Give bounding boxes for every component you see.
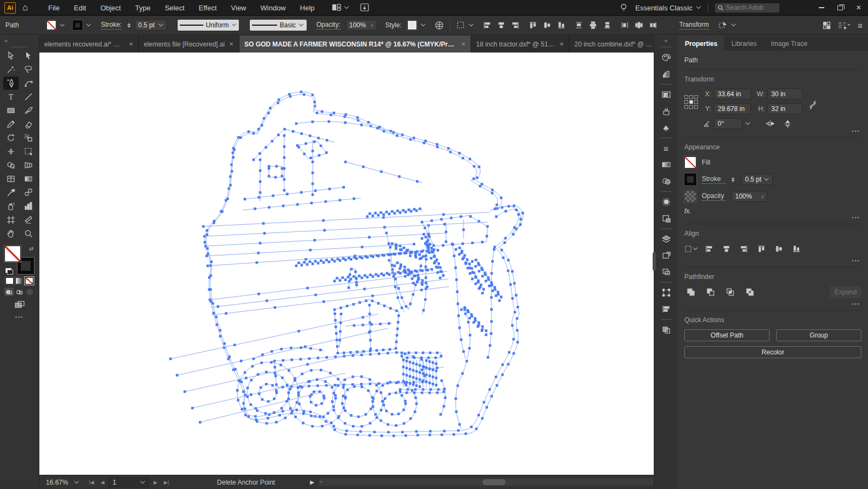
- prev-artboard-icon[interactable]: ◀: [98, 480, 107, 485]
- appearance-opacity-field[interactable]: 100%›: [731, 191, 767, 202]
- magic-wand-tool[interactable]: [3, 63, 19, 76]
- arrange-grid-icon[interactable]: [823, 21, 831, 30]
- lasso-tool[interactable]: [21, 63, 36, 76]
- screen-mode-icon[interactable]: [14, 300, 25, 309]
- panel-align-bottom-button[interactable]: [790, 243, 803, 255]
- rotate-tool[interactable]: [3, 131, 19, 144]
- align-v-center-button[interactable]: [541, 19, 554, 31]
- isolate-chevron-icon[interactable]: [731, 22, 736, 26]
- opacity-field[interactable]: 100%›: [346, 20, 377, 31]
- shed-paths[interactable]: [421, 215, 489, 247]
- pathfinder-unite-button[interactable]: [684, 286, 697, 298]
- opacity-swatch-icon[interactable]: [684, 190, 696, 202]
- appearance-stroke-swatch[interactable]: [684, 173, 696, 185]
- style-chevron-icon[interactable]: [420, 22, 425, 26]
- tab-close-icon[interactable]: ✕: [229, 41, 233, 47]
- transform-h-field[interactable]: 32 in: [767, 103, 802, 114]
- distribute-h-right-button[interactable]: [647, 19, 660, 31]
- close-button[interactable]: ✕: [849, 0, 868, 15]
- panel-align-right-button[interactable]: [737, 243, 750, 255]
- transform-more-options[interactable]: •••: [852, 129, 860, 134]
- pathfinder-more-options[interactable]: •••: [852, 301, 860, 307]
- tab-properties[interactable]: Properties: [678, 36, 724, 51]
- brush-dropdown[interactable]: Basic: [250, 20, 307, 31]
- fx-button[interactable]: fx.: [684, 207, 861, 215]
- menu-effect[interactable]: Effect: [192, 1, 224, 15]
- tab-image-trace[interactable]: Image Trace: [764, 36, 814, 51]
- transform-panel-icon[interactable]: [654, 284, 678, 301]
- pathfinder-intersect-button[interactable]: [724, 286, 737, 298]
- none-mode-button[interactable]: [25, 277, 33, 284]
- swatches-panel-icon[interactable]: [654, 86, 678, 103]
- tab-close-icon[interactable]: ✕: [129, 41, 133, 47]
- distribute-v-top-button[interactable]: [572, 19, 585, 31]
- select-similar-icon[interactable]: [456, 21, 465, 30]
- toolbar-more-icon[interactable]: •••: [0, 315, 39, 320]
- align-bottom-button[interactable]: [555, 19, 568, 31]
- recolor-button[interactable]: Recolor: [684, 346, 861, 358]
- group-button[interactable]: Group: [776, 329, 861, 341]
- stroke-weight-field[interactable]: 0.5 pt: [135, 20, 167, 31]
- corn-cob-paths[interactable]: [385, 232, 503, 359]
- tab-close-icon[interactable]: ✕: [461, 41, 466, 47]
- dock-resize-handle[interactable]: [653, 252, 656, 271]
- first-artboard-icon[interactable]: |◀: [87, 480, 96, 485]
- fill-swatch[interactable]: [46, 20, 56, 30]
- flip-horizontal-icon[interactable]: [765, 120, 775, 127]
- scroll-left-icon[interactable]: ‹: [320, 478, 322, 485]
- style-swatch[interactable]: [407, 20, 417, 30]
- stroke-swatch[interactable]: [73, 20, 83, 30]
- pencil-tool[interactable]: [3, 118, 19, 131]
- wisconsin-inner-outline[interactable]: [206, 94, 519, 434]
- isolate-selection-icon[interactable]: [718, 21, 728, 30]
- pathfinder-exclude-button[interactable]: [743, 286, 756, 298]
- appearance-fill-swatch[interactable]: [684, 156, 696, 168]
- toolbar-grip[interactable]: [12, 46, 27, 48]
- width-tool[interactable]: [3, 145, 19, 158]
- search-input[interactable]: Search Adob: [715, 3, 779, 13]
- transform-link[interactable]: Transform: [679, 21, 709, 30]
- fill-stroke-widget[interactable]: ⇄: [4, 246, 35, 274]
- transparency-panel-icon[interactable]: [654, 173, 678, 189]
- color-mode-button[interactable]: [5, 277, 14, 284]
- perspective-grid-tool[interactable]: [21, 159, 36, 172]
- boot-interior-paths[interactable]: [455, 209, 523, 429]
- line-segment-tool[interactable]: [21, 90, 36, 103]
- asset-export-panel-icon[interactable]: [654, 264, 678, 280]
- restore-button[interactable]: [831, 0, 849, 15]
- hand-tool[interactable]: [3, 227, 19, 240]
- document-flow-icon[interactable]: [837, 21, 847, 30]
- zoom-tool[interactable]: [21, 227, 36, 240]
- type-tool[interactable]: T: [3, 90, 19, 103]
- barn-paths[interactable]: [243, 120, 422, 210]
- artboard-canvas[interactable]: [39, 53, 684, 475]
- reference-point-locator[interactable]: [684, 95, 698, 109]
- menu-view[interactable]: View: [224, 1, 254, 15]
- menu-edit[interactable]: Edit: [67, 1, 93, 15]
- symbols-panel-icon[interactable]: ♣: [654, 119, 678, 136]
- gradient-mode-button[interactable]: [15, 277, 24, 284]
- gradient-panel-icon[interactable]: [654, 66, 678, 82]
- draw-behind-mode[interactable]: [15, 288, 24, 296]
- draw-inside-mode[interactable]: [25, 288, 34, 296]
- symbol-sprayer-tool[interactable]: [3, 200, 19, 213]
- align-to-selection-icon[interactable]: [684, 245, 693, 253]
- scale-tool[interactable]: [21, 131, 36, 144]
- direct-selection-tool[interactable]: [21, 49, 36, 62]
- zoom-level-field[interactable]: 16.67%: [43, 479, 72, 486]
- rectangle-tool[interactable]: [3, 104, 19, 117]
- align-right-button[interactable]: [509, 19, 522, 31]
- constrain-proportions-icon[interactable]: [808, 100, 818, 110]
- gradient-bar-panel-icon[interactable]: [654, 156, 678, 173]
- transform-y-field[interactable]: 29.678 in: [714, 103, 751, 114]
- menu-select[interactable]: Select: [157, 1, 191, 15]
- align-left-button[interactable]: [480, 19, 494, 31]
- furrow-paths[interactable]: [169, 314, 388, 423]
- paintbrush-tool[interactable]: [21, 104, 36, 117]
- shape-builder-tool[interactable]: [3, 159, 19, 172]
- planter-bar-paths[interactable]: [209, 207, 449, 315]
- menu-file[interactable]: File: [41, 1, 67, 15]
- align-top-button[interactable]: [526, 19, 539, 31]
- layers-panel-icon[interactable]: [654, 231, 678, 247]
- artboards-panel-icon[interactable]: [654, 247, 678, 264]
